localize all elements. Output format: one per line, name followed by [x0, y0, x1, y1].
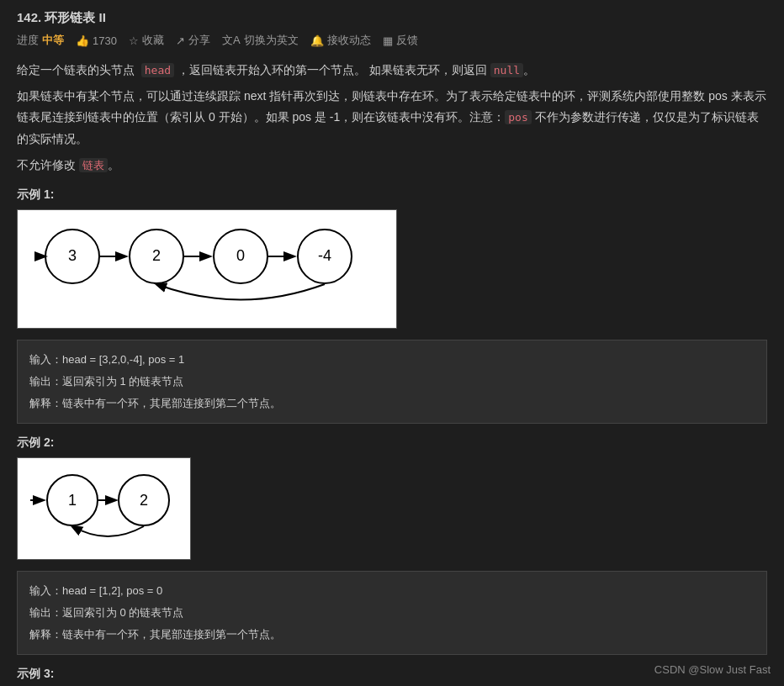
thumbs-up-icon: 👍	[76, 34, 89, 47]
share-button[interactable]: ↗ 分享	[176, 33, 210, 48]
example1-title: 示例 1:	[17, 187, 767, 203]
desc-line1: 给定一个链表的头节点 head ，返回链表开始入环的第一个节点。 如果链表无环，…	[17, 60, 767, 81]
svg-text:1: 1	[68, 492, 77, 509]
example2-input: 输入：head = [1,2], pos = 0	[29, 580, 755, 602]
example1-svg: 3 2 0 -4	[26, 219, 388, 319]
svg-text:-4: -4	[318, 247, 331, 264]
example1-output: 输出：返回索引为 1 的链表节点	[29, 371, 755, 393]
description-block: 给定一个链表的头节点 head ，返回链表开始入环的第一个节点。 如果链表无环，…	[17, 60, 767, 176]
desc-line3: 不允许修改 链表。	[17, 155, 767, 176]
svg-text:3: 3	[68, 247, 77, 264]
bell-icon: 🔔	[310, 34, 324, 47]
head-code: head	[141, 63, 174, 77]
translate-icon: 文A	[222, 33, 241, 48]
example1-info: 输入：head = [3,2,0,-4], pos = 1 输出：返回索引为 1…	[17, 340, 767, 424]
page-title: 142. 环形链表 II	[17, 10, 767, 26]
difficulty-value[interactable]: 中等	[42, 33, 64, 48]
svg-text:2: 2	[140, 492, 148, 509]
star-icon: ☆	[129, 34, 139, 47]
toolbar: 进度 中等 👍 1730 ☆ 收藏 ↗ 分享 文A 切换为英文 🔔 接收动态 ▦…	[17, 33, 767, 48]
example2-diagram: 1 2	[17, 457, 191, 560]
desc-line2: 如果链表中有某个节点，可以通过连续跟踪 next 指针再次到达，则链表中存在环。…	[17, 86, 767, 150]
example2-info: 输入：head = [1,2], pos = 0 输出：返回索引为 0 的链表节…	[17, 571, 767, 655]
likes-button[interactable]: 👍 1730	[76, 34, 117, 47]
share-icon: ↗	[176, 34, 185, 47]
feedback-button[interactable]: ▦ 反馈	[383, 33, 418, 48]
svg-text:2: 2	[152, 247, 161, 264]
example1-explain: 解释：链表中有一个环，其尾部连接到第二个节点。	[29, 393, 755, 414]
example1-input: 输入：head = [3,2,0,-4], pos = 1	[29, 349, 755, 371]
example2-svg: 1 2	[26, 467, 182, 551]
example2-title: 示例 2:	[17, 435, 767, 451]
watermark: CSDN @Slow Just Fast	[654, 663, 771, 676]
feedback-icon: ▦	[383, 34, 393, 47]
difficulty-label: 进度 中等	[17, 33, 64, 48]
page-container: 142. 环形链表 II 进度 中等 👍 1730 ☆ 收藏 ↗ 分享 文A 切…	[0, 0, 784, 686]
null-code: null	[490, 63, 523, 77]
example2-explain: 解释：链表中有一个环，其尾部连接到第一个节点。	[29, 624, 755, 646]
collect-button[interactable]: ☆ 收藏	[129, 33, 164, 48]
translate-button[interactable]: 文A 切换为英文	[222, 33, 299, 48]
svg-text:0: 0	[236, 247, 245, 264]
dynamic-button[interactable]: 🔔 接收动态	[310, 33, 371, 48]
example1-diagram: 3 2 0 -4	[17, 209, 397, 329]
example2-output: 输出：返回索引为 0 的链表节点	[29, 602, 755, 624]
